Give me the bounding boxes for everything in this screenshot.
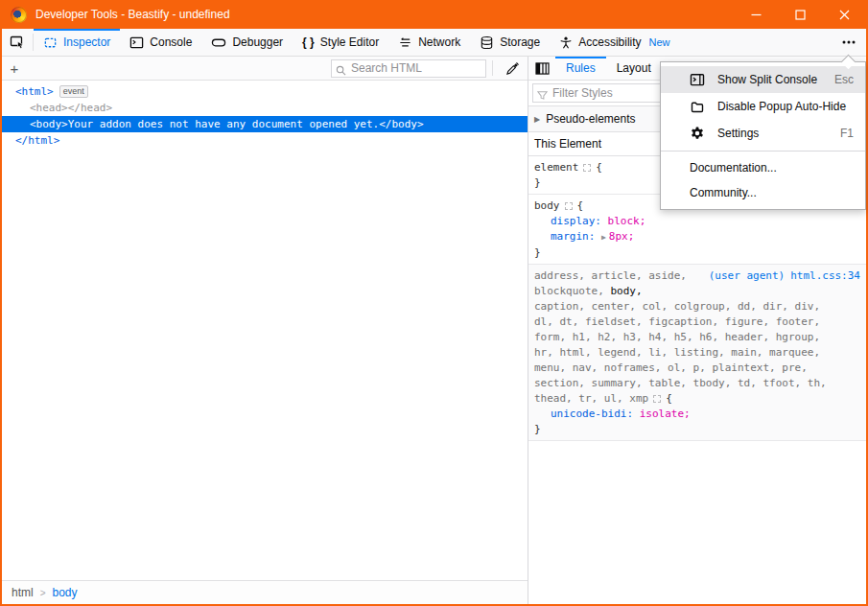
expander-triangle-icon: ▶ [534,115,540,124]
toolbar-spacer [680,29,832,56]
declaration-display[interactable]: displayblock [534,214,860,229]
pseudo-elements-label: Pseudo-elements [546,112,635,126]
tab-network[interactable]: Network [388,29,470,56]
declaration-margin[interactable]: margin▶8px [534,229,860,245]
tab-style-editor[interactable]: { } Style Editor [293,29,388,56]
breadcrumb-body[interactable]: body [53,586,78,599]
popup-autohide-icon [690,99,705,114]
tab-label: Inspector [63,35,110,49]
meatball-icon [842,40,856,44]
network-icon [398,35,412,50]
tab-accessibility[interactable]: Accessibility New [550,29,679,56]
accessibility-icon [559,35,573,50]
debugger-icon [211,35,226,50]
breadcrumb-separator-icon: > [40,588,46,598]
menu-item-settings[interactable]: Settings F1 [661,120,865,147]
menu-item-show-split-console[interactable]: Show Split Console Esc [661,66,865,93]
highlight-selector-icon[interactable] [653,395,661,403]
minimize-icon [751,10,762,20]
close-button[interactable] [822,0,866,29]
tab-console[interactable]: Console [120,29,201,56]
settings-gear-icon [690,126,705,141]
markup-panel: + <html>event <head></head> <body>Your a… [2,57,528,604]
search-html-box [331,58,486,78]
tab-rules[interactable]: Rules [555,57,606,80]
node-picker-button[interactable] [2,29,33,56]
console-icon [129,35,144,50]
devtools-window: Developer Tools - Beastify - undefined [0,0,868,606]
node-picker-icon [10,35,25,50]
new-badge: New [649,36,670,48]
breadcrumb: html > body [2,580,528,604]
search-icon [336,62,346,80]
event-badge[interactable]: event [59,85,88,98]
markup-tree: <html>event <head></head> <body>Your add… [2,81,528,580]
titlebar: Developer Tools - Beastify - undefined [2,0,866,29]
markup-node-body-selected[interactable]: <body>Your addon does not have any docum… [2,116,528,132]
sidebar-toggle-button[interactable] [528,57,555,80]
style-editor-icon: { } [302,35,315,49]
tab-inspector[interactable]: Inspector [34,29,120,56]
window-controls [734,0,866,29]
stylesheet-source-link[interactable]: html.css:34 [790,269,860,282]
rule-user-agent[interactable]: address, article, aside, (user agent)htm… [528,265,866,441]
meatball-menu-popup: Show Split Console Esc Disable Popup Aut… [660,61,866,210]
split-console-icon [690,72,705,87]
tab-label: Style Editor [320,35,379,49]
tab-debugger[interactable]: Debugger [201,29,293,56]
markup-toolbar: + [2,57,528,81]
maximize-button[interactable] [778,0,822,29]
tab-label: Network [418,35,460,49]
tab-label: Storage [500,35,540,49]
tab-storage[interactable]: Storage [470,29,550,56]
markup-node-html-open[interactable]: <html>event [2,83,528,100]
maximize-icon [795,10,806,20]
inspector-icon [43,35,58,50]
tab-label: Console [150,35,192,49]
markup-toolbar-separator [492,60,493,76]
menu-item-disable-popup-autohide[interactable]: Disable Popup Auto-Hide [661,93,865,120]
firefox-logo-icon [11,7,27,23]
tab-layout[interactable]: Layout [606,57,662,80]
menu-separator [661,151,865,152]
markup-node-head[interactable]: <head></head> [2,100,528,116]
storage-icon [480,35,494,50]
sidebar-toggle-icon [535,62,550,75]
eyedropper-icon [505,61,520,76]
tab-label: Accessibility [578,35,641,49]
tab-label: Debugger [232,35,283,49]
filter-funnel-icon [537,87,548,105]
window-title: Developer Tools - Beastify - undefined [35,8,230,21]
devtools-toolbar: Inspector Console Debugger { } Style Edi… [2,29,866,57]
eyedropper-button[interactable] [499,61,526,76]
expander-triangle-icon[interactable]: ▶ [601,233,606,242]
minimize-button[interactable] [734,0,778,29]
breadcrumb-html[interactable]: html [12,586,34,599]
shortcut-f1: F1 [840,127,854,140]
menu-item-community[interactable]: Community... [661,180,865,205]
add-node-button[interactable]: + [2,60,27,77]
close-icon [839,10,850,20]
menu-item-documentation[interactable]: Documentation... [661,155,865,180]
highlight-selector-icon[interactable] [583,164,591,172]
rule-origin: (user agent) [709,269,785,282]
highlight-selector-icon[interactable] [565,202,573,210]
declaration-unicode-bidi[interactable]: unicode-bidiisolate [534,407,860,422]
markup-node-html-close[interactable]: </html> [2,132,528,149]
shortcut-esc: Esc [834,73,854,86]
search-html-input[interactable] [331,59,486,78]
toolbox-meatball-menu-button[interactable] [832,29,866,56]
